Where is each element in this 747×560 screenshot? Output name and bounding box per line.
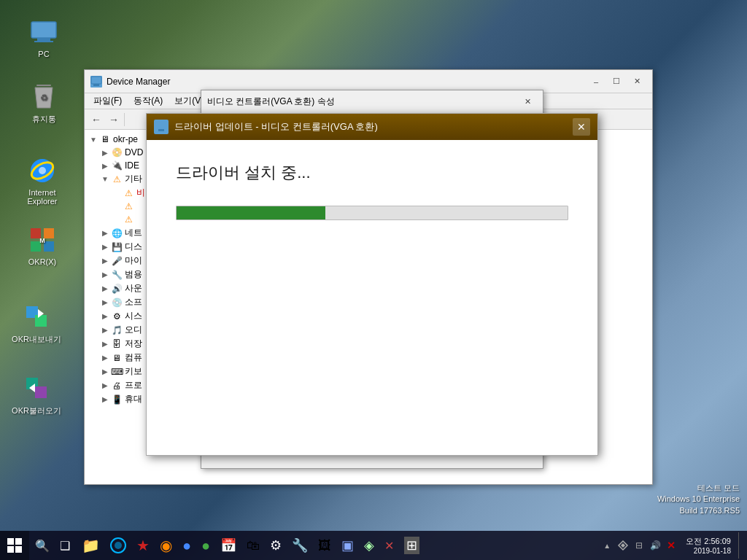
desktop-icon-pc[interactable]: PC (15, 15, 73, 61)
clock-date: 2019-01-18 (686, 547, 731, 555)
windows-logo (7, 538, 22, 553)
svg-text:♻: ♻ (40, 93, 48, 103)
x-app-icon: ✕ (384, 539, 394, 553)
desktop-icon-okr-call[interactable]: OKR불러오기 (7, 370, 66, 419)
forward-button[interactable]: → (105, 112, 123, 128)
red-app-icon: ★ (136, 537, 150, 554)
tray-icons: ▲ ⊟ 🔊 ✕ (600, 538, 678, 553)
svg-rect-20 (158, 129, 164, 131)
tray-network[interactable] (616, 538, 630, 553)
taskbar-app1[interactable]: ▣ (337, 532, 358, 559)
taskbar-white-box[interactable]: ⊞ (400, 532, 424, 559)
device-manager-icon (90, 76, 102, 88)
okrx-label: OKR(X) (28, 257, 57, 266)
properties-titlebar[interactable]: 비디오 컨트롤러(VGA 호환) 속성 ✕ (201, 90, 543, 114)
orange-app-icon: ◉ (160, 537, 172, 554)
task-view-button[interactable]: ❑ (55, 532, 74, 559)
security-x-icon: ✕ (667, 540, 676, 551)
taskbar-settings[interactable]: ⚙ (266, 532, 286, 559)
desktop: PC ♻ 휴지통 InternetExplorer (0, 0, 747, 560)
photos-icon: 🖼 (318, 538, 331, 553)
taskbar-app2[interactable]: ◈ (360, 532, 379, 559)
back-button[interactable]: ← (88, 112, 105, 128)
taskbar-tools[interactable]: 🔧 (287, 532, 312, 559)
svg-rect-18 (93, 84, 99, 86)
maximize-button[interactable]: ☐ (607, 74, 626, 89)
svg-rect-16 (35, 386, 47, 398)
svg-rect-17 (91, 77, 101, 84)
properties-close[interactable]: ✕ (518, 95, 537, 109)
svg-rect-19 (156, 122, 166, 129)
properties-title: 비디오 컨트롤러(VGA 호환) 속성 (207, 96, 518, 108)
svg-rect-11 (44, 241, 54, 252)
cortana-icon (110, 537, 126, 553)
system-clock[interactable]: 오전 2:56:09 2019-01-18 (681, 534, 735, 556)
menu-file[interactable]: 파일(F) (88, 93, 128, 109)
svg-rect-1 (37, 38, 50, 41)
store-icon: 🛍 (247, 538, 260, 553)
search-button[interactable]: 🔍 (29, 535, 55, 556)
folder-icon: 📁 (82, 537, 100, 554)
minimize-button[interactable]: – (587, 74, 605, 89)
driver-close-button[interactable]: ✕ (573, 118, 590, 136)
taskbar-orange-app[interactable]: ◉ (155, 532, 177, 559)
svg-text:M: M (39, 237, 45, 244)
device-manager-title: Device Manager (107, 77, 587, 87)
show-desktop-button[interactable] (738, 532, 741, 559)
settings-icon: ⚙ (270, 537, 282, 553)
ie-label: InternetExplorer (28, 188, 58, 206)
desktop-icon-recycle[interactable]: ♻ 휴지통 (15, 79, 73, 128)
taskbar-cortana[interactable] (106, 532, 131, 559)
driver-installing-text: 드라이버 설치 중... (176, 162, 568, 184)
okr-call-label: OKR불러오기 (12, 405, 61, 416)
svg-rect-14 (35, 315, 47, 327)
tray-taskbar-icon2[interactable]: ⊟ (632, 538, 646, 553)
taskbar-x-app[interactable]: ✕ (380, 532, 398, 559)
blue-app-icon: ● (182, 537, 191, 554)
svg-point-7 (39, 167, 46, 174)
svg-rect-0 (31, 22, 56, 38)
tray-volume[interactable]: 🔊 (648, 538, 662, 553)
search-icon: 🔍 (35, 539, 50, 553)
okr-send-label: OKR내보내기 (12, 334, 61, 345)
tray-arrow-up[interactable]: ▲ (600, 538, 614, 553)
app1-icon: ▣ (341, 537, 354, 553)
menu-action[interactable]: 동작(A) (128, 93, 169, 109)
driver-content: 드라이버 설치 중... (147, 140, 597, 455)
taskbar-blue-app[interactable]: ● (178, 532, 196, 559)
desktop-icon-okrx[interactable]: M OKR(X) (13, 222, 71, 269)
taskbar-folder[interactable]: 📁 (77, 532, 104, 559)
desktop-icon-ie[interactable]: InternetExplorer (13, 153, 71, 209)
taskbar-green-app[interactable]: ● (197, 532, 214, 559)
svg-rect-2 (34, 41, 53, 42)
green-app-icon: ● (201, 537, 210, 554)
window-controls: – ☐ ✕ (587, 74, 646, 89)
taskbar: 🔍 ❑ 📁 ★ ◉ ● (0, 531, 747, 560)
tools-icon: 🔧 (292, 537, 308, 553)
start-button[interactable] (0, 531, 29, 560)
driver-progress-fill (177, 206, 325, 219)
taskbar-store[interactable]: 🛍 (242, 532, 264, 559)
driver-title-icon (154, 120, 169, 134)
app2-icon: ◈ (364, 537, 374, 553)
close-button[interactable]: ✕ (627, 74, 646, 89)
driver-titlebar: 드라이버 업데이트 - 비디오 컨트롤러(VGA 호환) ✕ (147, 114, 597, 140)
taskbar-calendar[interactable]: 📅 (216, 532, 241, 559)
system-tray: ▲ ⊟ 🔊 ✕ 오전 2:56:09 (600, 532, 747, 559)
pc-label: PC (38, 50, 49, 58)
svg-rect-9 (44, 228, 54, 238)
clock-time: 오전 2:56:09 (686, 536, 731, 547)
white-box-icon: ⊞ (404, 537, 419, 554)
test-mode-info: 테스트 모드 Windows 10 Enterprise Build 17763… (657, 483, 740, 516)
svg-point-22 (115, 542, 122, 549)
svg-rect-3 (36, 85, 51, 86)
tray-security[interactable]: ✕ (664, 538, 678, 553)
task-view-icon: ❑ (60, 539, 70, 553)
desktop-icon-okr-send[interactable]: OKR내보내기 (7, 299, 66, 348)
taskbar-photos[interactable]: 🖼 (314, 532, 336, 559)
taskbar-red-app[interactable]: ★ (132, 532, 154, 559)
driver-title: 드라이버 업데이트 - 비디오 컨트롤러(VGA 호환) (174, 120, 573, 133)
recycle-label: 휴지통 (32, 114, 56, 125)
driver-progress-bar (176, 206, 568, 220)
test-mode-label: 테스트 모드 Windows 10 Enterprise Build 17763… (657, 483, 740, 516)
